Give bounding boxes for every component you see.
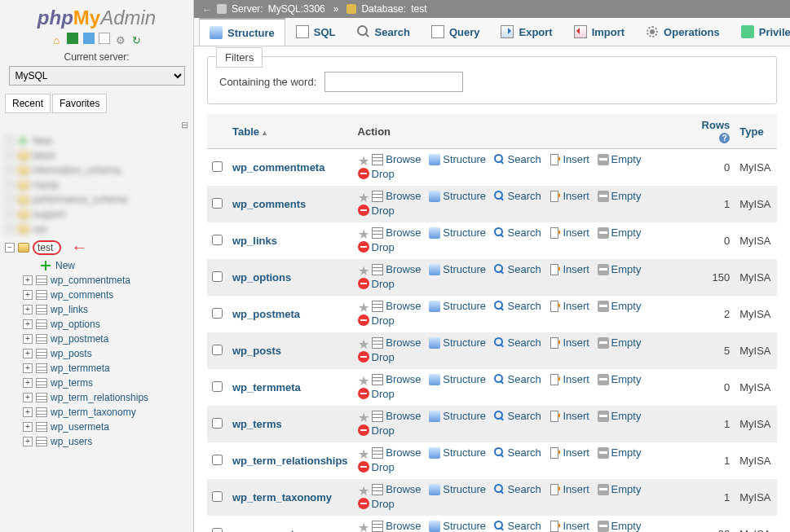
tab-favorites[interactable]: Favorites [52, 94, 107, 113]
tab-export[interactable]: Export [490, 18, 563, 46]
drop-action[interactable]: Drop [358, 204, 395, 217]
db-tree-item[interactable]: +sys [5, 222, 188, 236]
expand-icon[interactable]: + [23, 393, 33, 402]
browse-action[interactable]: Browse [372, 263, 421, 275]
table-tree-item[interactable]: +wp_options [5, 317, 188, 332]
table-tree-item[interactable]: +wp_users [5, 434, 188, 449]
expand-icon[interactable]: + [23, 319, 33, 329]
expand-icon[interactable]: + [23, 305, 33, 314]
table-name-link[interactable]: wp_term_relationships [232, 455, 348, 467]
empty-action[interactable]: Empty [598, 300, 642, 312]
tab-query[interactable]: Query [421, 18, 491, 46]
search-action[interactable]: Search [494, 336, 541, 349]
browse-action[interactable]: Browse [372, 153, 421, 165]
expand-icon[interactable]: + [5, 136, 15, 146]
drop-action[interactable]: Drop [358, 278, 395, 290]
search-action[interactable]: Search [494, 483, 541, 495]
insert-action[interactable]: Insert [549, 410, 589, 422]
favorite-star-icon[interactable]: ★ [358, 191, 369, 204]
search-action[interactable]: Search [494, 263, 541, 275]
table-name-link[interactable]: wp_commentmeta [232, 161, 324, 174]
table-tree-item[interactable]: +wp_term_taxonomy [5, 405, 188, 420]
search-action[interactable]: Search [494, 446, 541, 459]
tab-search[interactable]: Search [346, 18, 421, 46]
structure-action[interactable]: Structure [429, 483, 486, 495]
search-action[interactable]: Search [494, 373, 541, 385]
insert-action[interactable]: Insert [549, 446, 589, 459]
browse-action[interactable]: Browse [372, 190, 421, 202]
browse-action[interactable]: Browse [372, 226, 421, 239]
drop-action[interactable]: Drop [358, 351, 395, 363]
table-tree-item[interactable]: +wp_terms [5, 376, 188, 390]
expand-icon[interactable]: + [23, 334, 33, 344]
tab-import[interactable]: Import [563, 18, 635, 46]
expand-icon[interactable]: + [23, 290, 33, 300]
browse-action[interactable]: Browse [372, 483, 421, 495]
expand-icon[interactable]: + [23, 349, 33, 358]
insert-action[interactable]: Insert [549, 153, 589, 165]
row-checkbox[interactable] [212, 198, 223, 209]
structure-action[interactable]: Structure [429, 336, 486, 349]
table-name-link[interactable]: wp_postmeta [232, 308, 300, 320]
empty-action[interactable]: Empty [598, 520, 642, 532]
browse-action[interactable]: Browse [372, 336, 421, 349]
favorite-star-icon[interactable]: ★ [358, 521, 369, 533]
col-type[interactable]: Type [735, 114, 777, 149]
tab-operations[interactable]: Operations [635, 18, 730, 46]
table-name-link[interactable]: wp_termmeta [232, 381, 301, 394]
expand-icon[interactable]: + [5, 209, 15, 219]
expand-icon[interactable]: + [23, 407, 33, 417]
expand-icon[interactable]: + [5, 195, 15, 204]
browse-action[interactable]: Browse [372, 410, 421, 422]
table-name-link[interactable]: wp_term_taxonomy [232, 491, 332, 503]
table-name-link[interactable]: wp_comments [232, 198, 306, 210]
row-checkbox[interactable] [212, 235, 223, 245]
search-action[interactable]: Search [494, 153, 541, 165]
empty-action[interactable]: Empty [598, 373, 642, 385]
structure-action[interactable]: Structure [429, 446, 486, 459]
drop-action[interactable]: Drop [358, 424, 395, 437]
empty-action[interactable]: Empty [598, 446, 642, 459]
empty-action[interactable]: Empty [598, 336, 642, 349]
table-name-link[interactable]: wp_posts [232, 345, 281, 357]
drop-action[interactable]: Drop [358, 461, 395, 473]
collapse-sidebar-icon[interactable]: ← [202, 4, 212, 14]
drop-action[interactable]: Drop [358, 314, 395, 327]
home-icon[interactable]: ⌂ [51, 34, 62, 46]
expand-icon[interactable]: + [5, 180, 15, 190]
breadcrumb-db-link[interactable]: test [411, 3, 426, 15]
tab-structure[interactable]: Structure [199, 18, 285, 46]
db-tree-item[interactable]: +support [5, 207, 188, 222]
search-action[interactable]: Search [494, 300, 541, 312]
empty-action[interactable]: Empty [598, 190, 642, 202]
collapse-icon[interactable]: − [5, 243, 15, 253]
table-tree-item[interactable]: +wp_usermeta [5, 420, 188, 434]
favorite-star-icon[interactable]: ★ [358, 374, 369, 388]
browse-action[interactable]: Browse [372, 446, 421, 459]
search-action[interactable]: Search [494, 410, 541, 422]
table-tree-item[interactable]: +wp_links [5, 302, 188, 317]
drop-action[interactable]: Drop [358, 498, 395, 510]
sql-icon[interactable] [99, 33, 110, 44]
table-name-link[interactable]: wp_terms [232, 418, 282, 430]
row-checkbox[interactable] [212, 491, 223, 502]
table-tree-item[interactable]: +wp_comments [5, 288, 188, 302]
empty-action[interactable]: Empty [598, 483, 642, 495]
table-tree-item[interactable]: +wp_term_relationships [5, 390, 188, 405]
table-tree-item[interactable]: +wp_commentmeta [5, 273, 188, 288]
db-tree-item-active[interactable]: −test← [5, 236, 188, 258]
structure-action[interactable]: Structure [429, 190, 486, 202]
drop-action[interactable]: Drop [358, 168, 395, 180]
search-action[interactable]: Search [494, 520, 541, 532]
db-tree-item[interactable]: +information_schema [5, 163, 188, 178]
expand-icon[interactable]: + [23, 437, 33, 446]
db-tree-item[interactable]: +performance_schema [5, 192, 188, 207]
favorite-star-icon[interactable]: ★ [358, 154, 369, 168]
browse-action[interactable]: Browse [372, 373, 421, 385]
drop-action[interactable]: Drop [358, 241, 395, 253]
server-select[interactable]: MySQL [9, 66, 185, 86]
browse-action[interactable]: Browse [372, 300, 421, 312]
reload-icon[interactable]: ↻ [131, 34, 143, 46]
structure-action[interactable]: Structure [429, 226, 486, 239]
insert-action[interactable]: Insert [549, 336, 589, 349]
